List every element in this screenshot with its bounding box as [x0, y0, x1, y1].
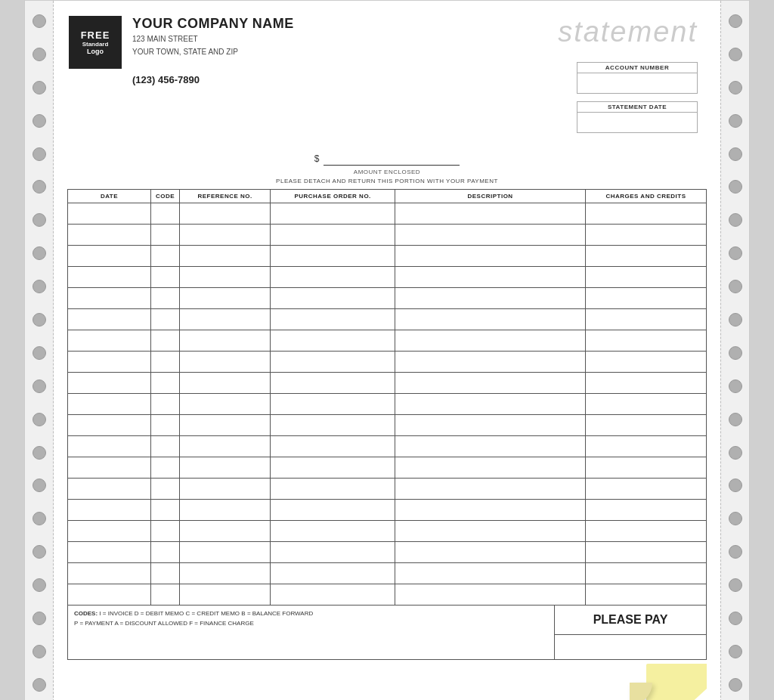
- account-number-label: ACCOUNT NUMBER: [577, 63, 697, 73]
- table-row: [68, 309, 707, 330]
- hole: [729, 14, 742, 28]
- hole: [33, 413, 46, 426]
- top-section: FREE Standard Logo YOUR COMPANY NAME 123…: [54, 1, 720, 152]
- hole: [33, 246, 46, 260]
- statement-table: DATE CODE REFERENCE NO. PURCHASE ORDER N…: [67, 189, 707, 606]
- table-row: [68, 288, 707, 309]
- hole: [729, 678, 742, 692]
- hole: [33, 545, 46, 559]
- table-row: [68, 563, 707, 584]
- company-block: FREE Standard Logo YOUR COMPANY NAME 123…: [69, 16, 294, 85]
- company-phone: (123) 456-7890: [132, 74, 294, 85]
- col-code: CODE: [151, 190, 180, 203]
- table-row: [68, 394, 707, 415]
- detach-section: $ AMOUNT ENCLOSED PLEASE DETACH AND RETU…: [54, 152, 720, 184]
- hole: [33, 612, 46, 625]
- codes-label: CODES:: [74, 610, 98, 617]
- hole: [33, 313, 46, 327]
- hole: [729, 147, 742, 161]
- table-row: [68, 521, 707, 542]
- amount-line: [324, 152, 460, 166]
- amount-enclosed-row: $: [76, 152, 698, 166]
- please-pay-label: PLEASE PAY: [555, 606, 706, 635]
- hole: [729, 545, 742, 559]
- account-number-box: ACCOUNT NUMBER: [577, 62, 698, 94]
- hole: [729, 48, 742, 61]
- table-row: [68, 352, 707, 373]
- dollar-sign: $: [314, 153, 320, 164]
- please-pay-value: [555, 635, 706, 659]
- logo-free-text: FREE: [81, 29, 110, 41]
- hole: [33, 180, 46, 194]
- hole: [729, 346, 742, 360]
- hole: [33, 479, 46, 492]
- statement-date-label: STATEMENT DATE: [577, 102, 697, 113]
- table-row: [68, 436, 707, 457]
- amount-enclosed-label: AMOUNT ENCLOSED: [76, 169, 698, 175]
- statement-title: statement: [558, 16, 698, 48]
- company-name: YOUR COMPANY NAME: [132, 16, 294, 32]
- hole: [729, 413, 742, 426]
- table-row: [68, 203, 707, 225]
- col-date: DATE: [68, 190, 151, 203]
- hole: [729, 114, 742, 128]
- hole: [33, 512, 46, 525]
- company-address-line1: 123 MAIN STREET: [132, 33, 294, 45]
- hole: [729, 213, 742, 227]
- hole: [729, 280, 742, 293]
- company-info: YOUR COMPANY NAME 123 MAIN STREET YOUR T…: [132, 16, 294, 85]
- hole: [33, 14, 46, 28]
- hole: [33, 446, 46, 460]
- hole: [729, 612, 742, 625]
- yellow-page: [646, 664, 707, 700]
- table-row: [68, 415, 707, 436]
- hole: [33, 678, 46, 692]
- col-reference: REFERENCE NO.: [180, 190, 271, 203]
- table-row: [68, 267, 707, 288]
- main-content: FREE Standard Logo YOUR COMPANY NAME 123…: [54, 1, 720, 700]
- table-row: [68, 584, 707, 606]
- hole: [33, 280, 46, 293]
- hole: [729, 479, 742, 492]
- hole: [33, 645, 46, 658]
- hole: [33, 213, 46, 227]
- company-logo: FREE Standard Logo: [69, 16, 122, 69]
- codes-line2: P = PAYMENT A = DISCOUNT ALLOWED F = FIN…: [74, 620, 254, 627]
- feed-holes-right: [720, 1, 749, 700]
- hole: [729, 313, 742, 327]
- table-row: [68, 457, 707, 479]
- codes-section: CODES: I = INVOICE D = DEBIT MEMO C = CR…: [67, 606, 707, 660]
- table-row: [68, 500, 707, 521]
- col-description: DESCRIPTION: [395, 190, 586, 203]
- hole: [729, 645, 742, 658]
- codes-right: PLEASE PAY: [555, 606, 706, 659]
- detach-notice: PLEASE DETACH AND RETURN THIS PORTION WI…: [76, 178, 698, 184]
- codes-left: CODES: I = INVOICE D = DEBIT MEMO C = CR…: [68, 606, 555, 659]
- hole: [33, 346, 46, 360]
- table-row: [68, 479, 707, 500]
- hole: [729, 578, 742, 592]
- hole: [33, 48, 46, 61]
- hole: [729, 512, 742, 525]
- statement-date-value: [577, 113, 697, 132]
- statement-title-block: statement ACCOUNT NUMBER STATEMENT DATE: [558, 16, 698, 133]
- hole: [729, 446, 742, 460]
- hole: [33, 81, 46, 94]
- col-purchase-order: PURCHASE ORDER NO.: [271, 190, 395, 203]
- table-row: [68, 542, 707, 563]
- company-address-line2: YOUR TOWN, STATE AND ZIP: [132, 46, 294, 57]
- account-number-value: [577, 73, 697, 93]
- logo-standard-text: Standard: [82, 41, 109, 48]
- hole: [729, 379, 742, 393]
- table-row: [68, 246, 707, 267]
- hole: [729, 81, 742, 94]
- table-header-row: DATE CODE REFERENCE NO. PURCHASE ORDER N…: [68, 190, 707, 203]
- statement-date-box: STATEMENT DATE: [577, 101, 698, 133]
- codes-line1: I = INVOICE D = DEBIT MEMO C = CREDIT ME…: [99, 610, 313, 617]
- hole: [33, 379, 46, 393]
- hole: [729, 180, 742, 194]
- logo-logo-text: Logo: [87, 48, 104, 55]
- feed-holes-left: [25, 1, 54, 700]
- hole: [729, 246, 742, 260]
- table-row: [68, 330, 707, 352]
